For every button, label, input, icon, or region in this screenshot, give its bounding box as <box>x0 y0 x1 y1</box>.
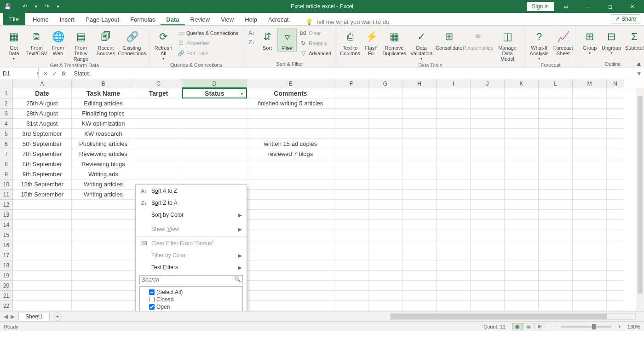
cell-H14[interactable] <box>402 220 437 230</box>
cell-K20[interactable] <box>505 281 539 291</box>
cell-L18[interactable] <box>539 260 573 271</box>
sort-za-button[interactable]: Z↓ <box>246 38 257 47</box>
row-header[interactable]: 21 <box>0 291 13 301</box>
sort-a-to-z[interactable]: A↓Sort A to Z <box>136 185 247 197</box>
group-button[interactable]: ⊞Group▾ <box>580 29 599 56</box>
cell-K12[interactable] <box>505 200 539 210</box>
cell-L9[interactable] <box>539 169 573 179</box>
cell-B11[interactable]: Writing articles <box>72 190 135 200</box>
cell-G12[interactable] <box>368 200 402 210</box>
cell-C3[interactable] <box>135 109 182 119</box>
cell-A3[interactable]: 28th August <box>13 109 72 119</box>
cell-H19[interactable] <box>402 271 437 281</box>
filter-search-input[interactable] <box>139 275 243 284</box>
name-box[interactable]: D1 <box>0 68 39 79</box>
cell-M21[interactable] <box>573 291 607 301</box>
cell-G5[interactable] <box>368 129 402 139</box>
cell-K16[interactable] <box>505 240 539 250</box>
cell-E9[interactable] <box>247 169 334 179</box>
row-header[interactable]: 14 <box>0 220 13 230</box>
cell-L12[interactable] <box>539 200 573 210</box>
cell-M14[interactable] <box>573 220 607 230</box>
sort-button[interactable]: ⇵Sort <box>258 29 276 51</box>
cell-M17[interactable] <box>573 250 607 260</box>
sheet-nav-next-icon[interactable]: ▶ <box>11 313 15 320</box>
cell-H1[interactable] <box>402 88 437 98</box>
cell-M2[interactable] <box>573 98 607 109</box>
cell-B12[interactable] <box>72 200 135 210</box>
cell-G18[interactable] <box>368 260 402 271</box>
col-header-i[interactable]: I <box>437 79 471 88</box>
hscroll-thumb[interactable] <box>391 314 607 319</box>
cell-H8[interactable] <box>402 159 437 169</box>
cell-G9[interactable] <box>368 169 402 179</box>
sign-in-button[interactable]: Sign in <box>527 2 554 11</box>
col-header-f[interactable]: F <box>334 79 368 88</box>
view-page-layout-icon[interactable]: ▤ <box>523 323 534 330</box>
cell-C1[interactable]: Target <box>135 88 182 98</box>
queries-connections-button[interactable]: ▭Queries & Connections <box>175 29 240 38</box>
remove-duplicates-button[interactable]: ▦Remove Duplicates <box>381 29 407 56</box>
cell-M13[interactable] <box>573 210 607 220</box>
cell-M16[interactable] <box>573 240 607 250</box>
cell-E17[interactable] <box>247 250 334 260</box>
cell-L2[interactable] <box>539 98 573 109</box>
cell-G7[interactable] <box>368 149 402 159</box>
from-web-button[interactable]: 🌐From Web <box>49 29 67 56</box>
cell-N14[interactable] <box>607 220 624 230</box>
cell-M1[interactable] <box>573 88 607 98</box>
cell-N2[interactable] <box>607 98 624 109</box>
row-header[interactable]: 3 <box>0 109 13 119</box>
cell-I5[interactable] <box>437 129 471 139</box>
row-header[interactable]: 13 <box>0 210 13 220</box>
cell-I9[interactable] <box>437 169 471 179</box>
cell-L16[interactable] <box>539 240 573 250</box>
cell-L8[interactable] <box>539 159 573 169</box>
cell-E5[interactable] <box>247 129 334 139</box>
vscroll-thumb[interactable] <box>638 96 643 294</box>
cell-E8[interactable] <box>247 159 334 169</box>
col-header-b[interactable]: B <box>72 79 135 88</box>
cell-N22[interactable] <box>607 301 624 311</box>
cell-I16[interactable] <box>437 240 471 250</box>
cell-E21[interactable] <box>247 291 334 301</box>
row-header[interactable]: 22 <box>0 301 13 311</box>
undo-dropdown-icon[interactable]: ▼ <box>32 3 40 10</box>
zoom-in-button[interactable]: + <box>618 324 621 329</box>
cell-I8[interactable] <box>437 159 471 169</box>
expand-formula-bar-icon[interactable]: ⯆ <box>637 71 641 76</box>
cell-M10[interactable] <box>573 179 607 190</box>
cell-M4[interactable] <box>573 119 607 129</box>
cell-D9[interactable] <box>182 169 247 179</box>
cell-J9[interactable] <box>471 169 505 179</box>
cell-I13[interactable] <box>437 210 471 220</box>
cell-H9[interactable] <box>402 169 437 179</box>
cell-K10[interactable] <box>505 179 539 190</box>
cell-A14[interactable] <box>13 220 72 230</box>
cell-F10[interactable] <box>334 179 368 190</box>
cell-G16[interactable] <box>368 240 402 250</box>
cell-K14[interactable] <box>505 220 539 230</box>
cell-I20[interactable] <box>437 281 471 291</box>
cell-L17[interactable] <box>539 250 573 260</box>
tab-acrobat[interactable]: Acrobat <box>263 13 294 25</box>
cell-K7[interactable] <box>505 149 539 159</box>
cell-J17[interactable] <box>471 250 505 260</box>
fx-icon[interactable]: fx <box>62 70 66 77</box>
sheet-nav-prev-icon[interactable]: ◀ <box>4 313 8 320</box>
tab-file[interactable]: File <box>3 13 25 25</box>
cell-E7[interactable]: reviewed 7 blogs <box>247 149 334 159</box>
cell-I4[interactable] <box>437 119 471 129</box>
cell-N18[interactable] <box>607 260 624 271</box>
sort-by-color[interactable]: Sort by Color▶ <box>136 209 247 221</box>
cell-I10[interactable] <box>437 179 471 190</box>
enter-formula-icon[interactable]: ✓ <box>52 70 57 77</box>
cell-A4[interactable]: 31st August <box>13 119 72 129</box>
cell-B9[interactable]: Writing ads <box>72 169 135 179</box>
cell-F21[interactable] <box>334 291 368 301</box>
cell-B2[interactable]: Editing articles <box>72 98 135 109</box>
cell-D5[interactable] <box>182 129 247 139</box>
vertical-scrollbar[interactable] <box>636 88 644 320</box>
cell-D7[interactable] <box>182 149 247 159</box>
cell-G22[interactable] <box>368 301 402 311</box>
